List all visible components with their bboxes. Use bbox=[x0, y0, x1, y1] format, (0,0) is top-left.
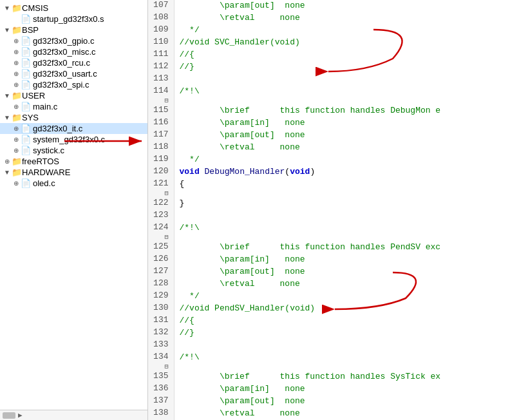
tree-folder-cmsis[interactable]: ▼ 📁 CMSIS bbox=[0, 3, 147, 14]
tree-folder-bsp[interactable]: ▼ 📁 BSP bbox=[0, 24, 147, 35]
tree-file-gpio[interactable]: ⊕ 📄 gd32f3x0_gpio.c bbox=[0, 35, 147, 46]
line-content[interactable]: \param[in] none bbox=[174, 254, 519, 266]
tree-file-startup[interactable]: 📄 startup_gd32f3x0.s bbox=[0, 14, 147, 24]
tree-file-main[interactable]: ⊕ 📄 main.c bbox=[0, 101, 147, 112]
line-content[interactable]: \param[out] none bbox=[174, 0, 519, 12]
line-number: 117 bbox=[148, 129, 174, 142]
file-icon-spi: 📄 bbox=[21, 80, 31, 90]
rcu-label: gd32f3x0_rcu.c bbox=[33, 58, 90, 68]
code-line-124: 124 ⊟/*!\ bbox=[148, 222, 519, 242]
line-content[interactable]: { bbox=[174, 178, 519, 198]
expand-icon-freeretos: ⊕ bbox=[3, 158, 12, 165]
line-content[interactable]: */ bbox=[174, 154, 519, 166]
line-number: 120 bbox=[148, 166, 174, 178]
line-number: 135 bbox=[148, 371, 174, 383]
line-content[interactable]: */ bbox=[174, 24, 519, 37]
line-content[interactable]: //void PendSV_Handler(void) bbox=[174, 303, 519, 315]
tree-file-gd32-it[interactable]: ⊕ 📄 gd32f3x0_it.c bbox=[0, 123, 147, 134]
line-content[interactable] bbox=[174, 339, 519, 352]
line-content[interactable]: //void SVC_Handler(void) bbox=[174, 37, 519, 49]
code-line-122: 122} bbox=[148, 198, 519, 210]
tree-scrollbar[interactable]: ▶ bbox=[0, 410, 147, 420]
expand-icon-gd32-it: ⊕ bbox=[12, 125, 21, 132]
line-content[interactable]: } bbox=[174, 198, 519, 210]
code-line-132: 132//} bbox=[148, 327, 519, 339]
expand-icon-misc: ⊕ bbox=[12, 48, 21, 55]
main-label: main.c bbox=[33, 102, 57, 111]
code-line-137: 137 \param[out] none bbox=[148, 396, 519, 408]
freeretos-label: freeRTOS bbox=[22, 157, 59, 166]
tree-file-system[interactable]: ⊕ 📄 system_gd32f3x0.c bbox=[0, 134, 147, 145]
line-content[interactable]: \retval none bbox=[174, 278, 519, 291]
tree-folder-freeretos[interactable]: ⊕ 📁 freeRTOS bbox=[0, 156, 147, 167]
scroll-arrow[interactable]: ▶ bbox=[18, 411, 23, 419]
line-number: 108 bbox=[148, 12, 174, 24]
line-content[interactable]: \retval none bbox=[174, 12, 519, 24]
scrollbar-thumb bbox=[3, 412, 15, 419]
line-content[interactable]: void DebugMon_Handler(void) bbox=[174, 166, 519, 178]
line-content[interactable]: \brief this function handles SysTick ex bbox=[174, 371, 519, 383]
line-content[interactable] bbox=[174, 210, 519, 222]
line-number: 132 bbox=[148, 327, 174, 339]
code-line-119: 119 */ bbox=[148, 154, 519, 166]
file-icon-rcu: 📄 bbox=[21, 58, 31, 68]
line-content[interactable]: \param[in] none bbox=[174, 117, 519, 129]
line-number: 130 bbox=[148, 303, 174, 315]
code-line-111: 111//{ bbox=[148, 49, 519, 61]
code-line-135: 135 \brief this function handles SysTick… bbox=[148, 371, 519, 383]
line-content[interactable]: /*!\ bbox=[174, 222, 519, 242]
line-content[interactable]: /*!\ bbox=[174, 86, 519, 105]
folder-icon-hardware: 📁 bbox=[12, 167, 22, 177]
sys-label: SYS bbox=[22, 113, 39, 122]
tree-folder-hardware[interactable]: ▼ 📁 HARDWARE bbox=[0, 167, 147, 178]
tree-file-misc[interactable]: ⊕ 📄 gd32f3x0_misc.c bbox=[0, 46, 147, 57]
tree-folder-sys[interactable]: ▼ 📁 SYS bbox=[0, 112, 147, 123]
code-line-134: 134 ⊟/*!\ bbox=[148, 352, 519, 371]
tree-file-oled[interactable]: ⊕ 📄 oled.c bbox=[0, 178, 147, 189]
line-content[interactable]: \retval none bbox=[174, 142, 519, 154]
code-line-133: 133 bbox=[148, 339, 519, 352]
line-content[interactable]: //{ bbox=[174, 49, 519, 61]
expand-icon-user: ▼ bbox=[3, 92, 12, 99]
hardware-label: HARDWARE bbox=[22, 167, 70, 177]
line-number: 128 bbox=[148, 278, 174, 291]
line-content[interactable]: //{ bbox=[174, 315, 519, 327]
code-line-113: 113 bbox=[148, 73, 519, 86]
tree-folder-user[interactable]: ▼ 📁 USER bbox=[0, 90, 147, 101]
file-icon-gd32-it: 📄 bbox=[21, 124, 31, 133]
line-content[interactable]: /*!\ bbox=[174, 352, 519, 371]
spi-label: gd32f3x0_spi.c bbox=[33, 80, 89, 90]
code-editor[interactable]: 107 \param[out] none108 \retval none109 … bbox=[148, 0, 519, 420]
line-content[interactable] bbox=[174, 73, 519, 86]
line-number: 111 bbox=[148, 49, 174, 61]
line-content[interactable]: \brief this function handles DebugMon e bbox=[174, 105, 519, 117]
line-number: 112 bbox=[148, 61, 174, 73]
code-line-125: 125 \brief this function handles PendSV … bbox=[148, 242, 519, 254]
line-content[interactable]: //} bbox=[174, 61, 519, 73]
line-number: 114 ⊟ bbox=[148, 86, 174, 105]
line-content[interactable]: \brief this function handles PendSV exc bbox=[174, 242, 519, 254]
folder-icon-sys: 📁 bbox=[12, 113, 22, 122]
tree-file-usart[interactable]: ⊕ 📄 gd32f3x0_usart.c bbox=[0, 68, 147, 79]
code-line-136: 136 \param[in] none bbox=[148, 383, 519, 396]
line-content[interactable]: \param[out] none bbox=[174, 396, 519, 408]
line-number: 121 ⊟ bbox=[148, 178, 174, 198]
tree-file-systick[interactable]: ⊕ 📄 systick.c bbox=[0, 145, 147, 156]
line-content[interactable]: \param[in] none bbox=[174, 383, 519, 396]
tree-file-rcu[interactable]: ⊕ 📄 gd32f3x0_rcu.c bbox=[0, 57, 147, 68]
line-content[interactable]: \retval none bbox=[174, 408, 519, 420]
file-icon-gpio: 📄 bbox=[21, 36, 31, 46]
line-content[interactable]: \param[out] none bbox=[174, 129, 519, 142]
code-line-121: 121 ⊟{ bbox=[148, 178, 519, 198]
tree-file-spi[interactable]: ⊕ 📄 gd32f3x0_spi.c bbox=[0, 79, 147, 90]
line-content[interactable]: */ bbox=[174, 291, 519, 303]
line-number: 129 bbox=[148, 291, 174, 303]
file-tree[interactable]: ▼ 📁 CMSIS 📄 startup_gd32f3x0.s ▼ 📁 BSP ⊕… bbox=[0, 0, 148, 420]
line-content[interactable]: //} bbox=[174, 327, 519, 339]
line-number: 126 bbox=[148, 254, 174, 266]
line-content[interactable]: \param[out] none bbox=[174, 266, 519, 278]
code-line-131: 131//{ bbox=[148, 315, 519, 327]
gd32-it-label: gd32f3x0_it.c bbox=[33, 124, 82, 133]
expand-icon-oled: ⊕ bbox=[12, 180, 21, 187]
line-number: 125 bbox=[148, 242, 174, 254]
